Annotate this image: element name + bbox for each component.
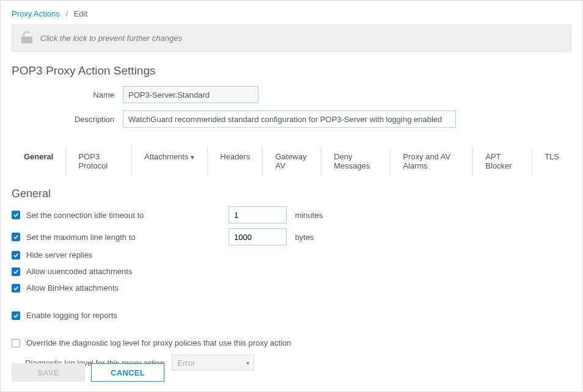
binhex-label: Allow BinHex attachments bbox=[26, 283, 119, 292]
tab-pop3-protocol[interactable]: POP3 Protocol bbox=[66, 146, 132, 176]
save-button[interactable]: SAVE bbox=[12, 363, 85, 382]
name-input[interactable] bbox=[123, 86, 258, 103]
breadcrumb: Proxy Actions / Edit bbox=[12, 9, 571, 18]
tab-proxy-av-alarms[interactable]: Proxy and AV Alarms bbox=[391, 146, 473, 176]
tab-tls[interactable]: TLS bbox=[532, 146, 571, 176]
section-title: General bbox=[12, 187, 571, 200]
lock-bar: Click the lock to prevent further change… bbox=[12, 24, 571, 52]
lock-bar-text: Click the lock to prevent further change… bbox=[40, 34, 182, 43]
checkbox-binhex[interactable] bbox=[12, 284, 20, 292]
page-title: POP3 Proxy Action Settings bbox=[12, 64, 571, 78]
checkbox-idle-timeout[interactable] bbox=[12, 211, 20, 219]
tab-apt-blocker[interactable]: APT Blocker bbox=[473, 146, 532, 176]
max-line-label: Set the maximum line length to bbox=[26, 233, 135, 242]
uuencoded-label: Allow uuencoded attachments bbox=[26, 267, 132, 276]
max-line-input[interactable] bbox=[229, 228, 287, 245]
unlock-icon[interactable] bbox=[20, 31, 34, 45]
idle-timeout-label: Set the connection idle timeout to bbox=[26, 211, 144, 220]
override-diag-label: Override the diagnostic log level for pr… bbox=[26, 338, 292, 347]
tab-general[interactable]: General bbox=[12, 146, 66, 176]
tab-attachments-label: Attachments bbox=[144, 152, 188, 161]
checkbox-uuencoded[interactable] bbox=[12, 267, 20, 276]
max-line-unit: bytes bbox=[295, 233, 314, 242]
diag-level-select[interactable]: Error bbox=[172, 355, 254, 371]
breadcrumb-root[interactable]: Proxy Actions bbox=[12, 9, 60, 18]
checkbox-override-diag[interactable] bbox=[12, 339, 20, 347]
description-label: Description bbox=[12, 115, 123, 124]
checkbox-max-line[interactable] bbox=[12, 233, 20, 241]
tab-deny-messages[interactable]: Deny Messages bbox=[321, 146, 391, 176]
tab-headers[interactable]: Headers bbox=[208, 146, 263, 176]
idle-timeout-input[interactable] bbox=[229, 206, 287, 223]
checkbox-enable-logging[interactable] bbox=[12, 311, 20, 320]
name-label: Name bbox=[12, 90, 123, 100]
tabs: General POP3 Protocol Attachments▼ Heade… bbox=[12, 146, 571, 176]
idle-timeout-unit: minutes bbox=[295, 211, 323, 220]
checkbox-hide-replies[interactable] bbox=[12, 251, 20, 260]
tab-attachments[interactable]: Attachments▼ bbox=[132, 146, 208, 176]
description-input[interactable] bbox=[123, 111, 456, 128]
hide-replies-label: Hide server replies bbox=[26, 250, 92, 260]
enable-logging-label: Enable logging for reports bbox=[26, 311, 117, 320]
chevron-down-icon: ▼ bbox=[189, 154, 195, 161]
tab-gateway-av[interactable]: Gateway AV bbox=[263, 146, 321, 176]
cancel-button[interactable]: CANCEL bbox=[91, 363, 164, 382]
breadcrumb-current: Edit bbox=[74, 9, 87, 18]
breadcrumb-separator: / bbox=[65, 9, 68, 18]
